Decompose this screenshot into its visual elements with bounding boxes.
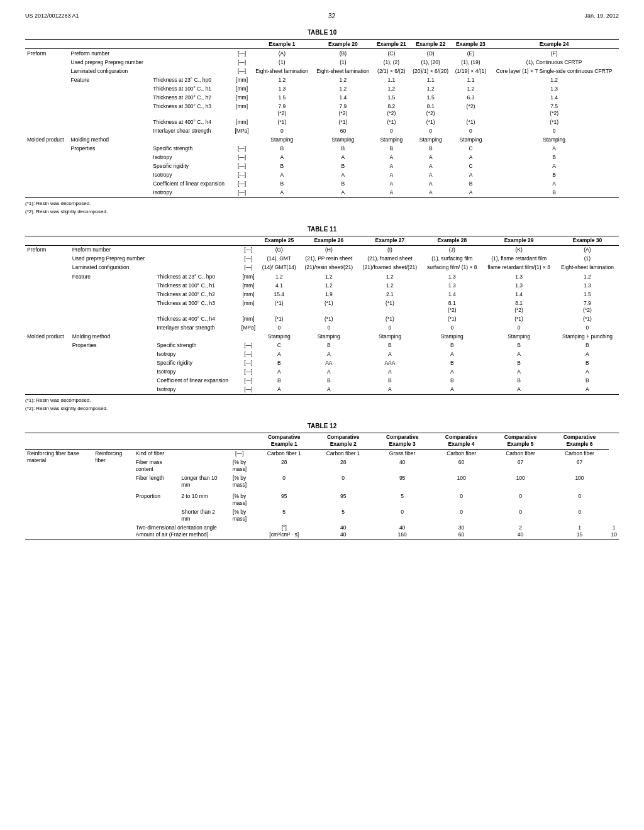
row-comp5: 115 — [550, 523, 609, 540]
row-category — [25, 290, 70, 299]
row-ex29: B — [482, 341, 556, 350]
row-ex1: Stamping — [252, 136, 313, 145]
row-detail — [155, 255, 238, 263]
row-ex25: (14)/ GMT(14) — [258, 263, 300, 272]
row-detail — [155, 245, 238, 255]
row-ex25: (*1) — [258, 299, 300, 314]
row-ex21: A — [374, 180, 409, 189]
table12-title: TABLE 12 — [25, 423, 619, 429]
row-subcategory — [69, 153, 152, 162]
row-ex20: 7.9(*2) — [313, 102, 374, 118]
row-unit: [—] — [232, 180, 251, 189]
row-ex26: AA — [300, 359, 358, 368]
row-ex30: 1.2 — [556, 272, 619, 281]
row-ex1: (A) — [252, 49, 313, 58]
row-detail2 — [225, 523, 255, 540]
table-row: Thickness at 200° C., h2 [mm] 1.5 1.4 1.… — [25, 93, 619, 102]
row-ex25: A — [258, 350, 300, 358]
row-ex1: 7.9(*2) — [252, 102, 313, 118]
row-comp2: 40160 — [373, 523, 432, 540]
row-ex23: 0 — [452, 126, 490, 135]
row-subcategory — [70, 323, 155, 332]
table11-title: TABLE 11 — [25, 226, 619, 233]
table-row: Used prepreg Prepreg number [—] (1) (1) … — [25, 58, 619, 67]
row-ex1: 0 — [252, 126, 313, 135]
row-ex20: 1.2 — [313, 75, 374, 84]
row-detail: Specific rigidity — [151, 162, 232, 171]
col-ex21-header: Example 21 — [374, 40, 409, 49]
row-ex25: (*1) — [258, 314, 300, 323]
row-subcategory — [69, 189, 152, 198]
row-ex20: 60 — [313, 126, 374, 135]
row-ex24: Core layer (1) × 7 Single-side continuou… — [489, 67, 619, 75]
row-ex22: A — [409, 171, 452, 180]
row-ex23: (1/19) × 4/(1) — [452, 67, 490, 75]
row-comp3: 3060 — [432, 523, 491, 540]
row-comp3: 5 — [373, 492, 432, 507]
row-ex23: A — [452, 171, 490, 180]
row-subcategory: Feature — [70, 272, 155, 281]
row-ex23: (1), (19) — [452, 58, 490, 67]
row-comp5: 100 — [491, 474, 550, 490]
row-comp4: 240 — [491, 523, 550, 540]
row-subcategory: Used prepreg Prepreg number — [69, 58, 152, 67]
row-ex29: 1.4 — [482, 290, 556, 299]
row-comp1: 28 — [255, 458, 314, 474]
row-detail2 — [179, 458, 225, 474]
table-row: Isotropy [—] A A A A A A — [25, 368, 619, 377]
table-row: Thickness at 400° C., h4 [mm] (*1) (*1) … — [25, 118, 619, 126]
row-ex27: A — [358, 368, 423, 377]
row-comp5: 0 — [491, 492, 550, 507]
row-detail: Coefficient of linear expansion — [151, 180, 232, 189]
col-ex30-header: Example 30 — [556, 236, 619, 245]
row-detail: Thickness at 400° C., h4 — [155, 314, 238, 323]
row-subcategory — [69, 84, 152, 93]
row-subcategory — [70, 359, 155, 368]
row-detail: Thickness at 100° C., h1 — [151, 84, 232, 93]
row-ex24: 1.2 — [489, 75, 619, 84]
table-row: Coefficient of linear expansion [—] B B … — [25, 180, 619, 189]
row-category — [25, 385, 70, 395]
row-ex21: Stamping — [374, 136, 409, 145]
row-ex28: surfacing film/ (1) × 8 — [422, 263, 482, 272]
row-comp5: 0 — [491, 507, 550, 523]
row-ex29: (*1) — [482, 314, 556, 323]
row-subcategory — [69, 126, 152, 135]
row-ex21: A — [374, 171, 409, 180]
row-ex20: B — [313, 145, 374, 153]
row-ex29: A — [482, 350, 556, 358]
row-ex25: B — [258, 377, 300, 385]
row-unit: [mm] — [238, 272, 258, 281]
row-ex24: B — [489, 189, 619, 198]
row-comp6: 100 — [550, 474, 609, 490]
row-ex23: C — [452, 162, 490, 171]
row-category — [25, 263, 70, 272]
row-comp1: 0 — [255, 474, 314, 490]
row-ex27: 2.1 — [358, 290, 423, 299]
row-subcategory: Used prepreg Prepreg number — [70, 255, 155, 263]
row-detail: Isotropy — [155, 350, 238, 358]
row-ex26: B — [300, 341, 358, 350]
row-category — [25, 299, 70, 314]
row-ex30: 1.5 — [556, 290, 619, 299]
row-subcategory — [70, 350, 155, 358]
row-comp6: Carbon fiber — [550, 449, 609, 458]
table-row: Thickness at 400° C., h4 [mm] (*1) (*1) … — [25, 314, 619, 323]
row-category — [25, 126, 69, 135]
row-ex20: (B) — [313, 49, 374, 58]
row-ex23: B — [452, 180, 490, 189]
row-unit: [mm] — [232, 75, 251, 84]
row-ex22: (20)/1) × 6/(20) — [409, 67, 452, 75]
row-ex22: 1.2 — [409, 84, 452, 93]
row-ex26: (21)/resin sheet/(21) — [300, 263, 358, 272]
row-detail: Isotropy — [151, 153, 232, 162]
row-detail: Isotropy — [155, 385, 238, 395]
row-ex27: (*1) — [358, 299, 423, 314]
row-ex28: (J) — [422, 245, 482, 255]
row-detail — [151, 49, 232, 58]
table-row: Isotropy [—] A A A A A B — [25, 171, 619, 180]
row-comp4: 60 — [432, 458, 491, 474]
row-comp6: 0 — [550, 507, 609, 523]
row-ex22: 1.5 — [409, 93, 452, 102]
table-row: Preform Preform number [—] (A) (B) (C) (… — [25, 49, 619, 58]
